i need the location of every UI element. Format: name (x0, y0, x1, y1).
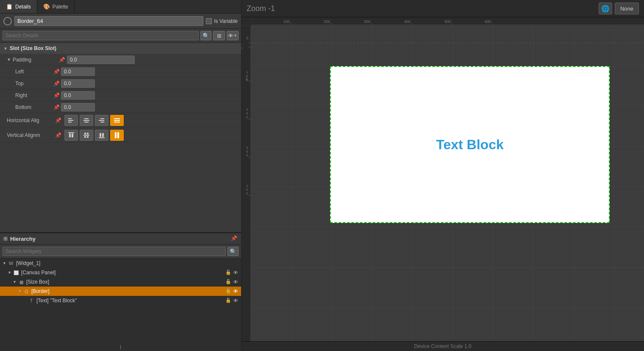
hierarchy-item-canvas-panel[interactable]: ▼ ⬜ [Canvas Panel] 🔓 👁 (0, 268, 241, 277)
text-icons: 🔓 👁 (225, 298, 239, 304)
padding-top-row: Top 📌 (0, 78, 241, 89)
svg-rect-5 (84, 122, 89, 123)
valign-fill-button[interactable] (110, 130, 124, 141)
node-name-input[interactable] (14, 16, 203, 26)
expand-arrow-border: ▼ (18, 289, 23, 293)
size-box-icon: ▦ (18, 279, 25, 285)
canvas-panel-icons: 🔓 👁 (225, 270, 239, 276)
text-icon: T (28, 297, 35, 304)
padding-label: Padding (13, 57, 59, 63)
svg-text:0: 0 (246, 74, 248, 78)
is-variable-checkbox[interactable] (206, 18, 212, 24)
halign-right-button[interactable] (95, 115, 108, 126)
svg-text:1: 1 (246, 70, 248, 74)
padding-bottom-row: Bottom 📌 (0, 101, 241, 113)
padding-value-input[interactable] (67, 56, 135, 64)
svg-rect-4 (83, 120, 89, 121)
svg-text:3: 3 (246, 146, 248, 150)
canvas-panel-label: [Canvas Panel] (21, 270, 225, 276)
svg-rect-13 (69, 134, 71, 137)
bottom-pin-icon[interactable]: 📌 (53, 104, 59, 110)
hierarchy-search-button[interactable]: 🔍 (228, 247, 239, 256)
svg-rect-1 (68, 120, 73, 121)
svg-rect-3 (84, 118, 89, 119)
hierarchy-item-size-box[interactable]: ▼ ▦ [Size Box] 🔓 👁 (0, 277, 241, 287)
tab-details[interactable]: 📋 Details (0, 0, 37, 13)
svg-text:0: 0 (246, 115, 248, 119)
hierarchy-header: ⊞ Hierarchy 📌 (0, 233, 241, 245)
hierarchy-list: ▼ W [Widget_1] ▼ ⬜ [Canvas Panel] 🔓 👁 ▼ … (0, 259, 241, 343)
valign-center-button[interactable] (80, 130, 93, 141)
padding-left-row: Left 📌 (0, 66, 241, 78)
canvas-body: 0 1 1 0 0 2 0 0 3 0 0 4 0 (242, 26, 644, 341)
valign-bottom-button[interactable] (95, 130, 108, 141)
svg-rect-12 (68, 132, 74, 133)
expand-arrow-widget1: ▼ (3, 261, 8, 265)
hierarchy-item-text[interactable]: ▶ T [Text] "Text Block" 🔓 👁 (0, 296, 241, 305)
canvas-viewport[interactable]: Text Block (252, 26, 644, 341)
svg-text:0: 0 (246, 150, 248, 153)
svg-text:300: 300 (364, 20, 370, 24)
node-circle-icon (3, 17, 12, 25)
text-eye-icon[interactable]: 👁 (233, 298, 239, 304)
svg-rect-6 (100, 118, 104, 119)
palette-icon: 🎨 (43, 3, 50, 10)
padding-bottom-input[interactable] (61, 103, 95, 111)
padding-right-input[interactable] (61, 91, 95, 100)
canvas-panel-eye-icon[interactable]: 👁 (233, 270, 239, 276)
cursor-indicator: | (120, 344, 121, 349)
svg-rect-22 (99, 137, 105, 138)
hierarchy-search-input[interactable] (3, 247, 226, 256)
hierarchy-item-border[interactable]: ▼ ⬡ [Border] 🔓 👁 (0, 287, 241, 296)
right-pin-icon[interactable]: 📌 (53, 92, 59, 98)
svg-rect-15 (83, 135, 89, 136)
search-details-input[interactable] (3, 31, 199, 40)
vertical-align-label: Vertical Alignm (7, 132, 53, 138)
top-pin-icon[interactable]: 📌 (53, 81, 59, 86)
vertical-align-row: Vertical Alignm 📌 (0, 128, 241, 143)
svg-rect-16 (84, 133, 86, 134)
grid-view-button[interactable]: ⊞ (213, 31, 225, 40)
left-pin-icon[interactable]: 📌 (53, 69, 59, 75)
padding-top-input[interactable] (61, 79, 95, 88)
halign-left-button[interactable] (64, 115, 78, 126)
padding-left-input[interactable] (61, 67, 95, 76)
svg-text:600: 600 (485, 20, 491, 24)
svg-text:0: 0 (246, 78, 248, 82)
svg-rect-14 (72, 134, 73, 137)
valign-top-button[interactable] (64, 130, 78, 141)
svg-text:0: 0 (246, 36, 248, 40)
padding-pin-icon[interactable]: 📌 (59, 57, 65, 63)
valign-pin-icon[interactable]: 📌 (55, 132, 61, 138)
canvas-header: Zoom -1 🌐 None (242, 0, 644, 17)
hierarchy-item-widget1[interactable]: ▼ W [Widget_1] (0, 259, 241, 268)
ruler-corner (242, 17, 252, 26)
canvas-area: Zoom -1 🌐 None 100 200 300 400 (242, 0, 644, 351)
padding-left-label: Left (7, 69, 53, 75)
expand-arrow-canvas: ▼ (8, 270, 13, 275)
border-icon: ⬡ (23, 288, 30, 295)
padding-arrow: ▼ (7, 57, 11, 62)
border-eye-icon[interactable]: 👁 (233, 288, 239, 295)
svg-text:0: 0 (242, 47, 243, 49)
svg-text:0: 0 (246, 188, 248, 192)
hierarchy-title: Hierarchy (10, 236, 36, 242)
halign-pin-icon[interactable]: 📌 (55, 117, 61, 123)
slot-section-header[interactable]: ▼ Slot (Size Box Slot) (0, 43, 241, 54)
left-panel: 📋 Details 🎨 Palette Is Variable 🔍 ⊞ 👁▼ ▼… (0, 0, 242, 351)
svg-rect-19 (87, 136, 89, 138)
search-details-button[interactable]: 🔍 (200, 31, 211, 40)
expand-arrow-sizebox: ▼ (13, 280, 18, 284)
svg-rect-24 (117, 132, 119, 138)
svg-rect-8 (100, 122, 104, 123)
halign-fill-button[interactable] (110, 115, 124, 126)
halign-center-button[interactable] (80, 115, 93, 126)
tab-palette[interactable]: 🎨 Palette (37, 0, 75, 13)
size-box-eye-icon[interactable]: 👁 (233, 279, 239, 285)
globe-button[interactable]: 🌐 (599, 3, 612, 14)
slot-section-title: Slot (Size Box Slot) (10, 45, 56, 51)
visibility-toggle-button[interactable]: 👁▼ (227, 31, 239, 40)
none-button[interactable]: None (615, 3, 639, 14)
padding-right-row: Right 📌 (0, 89, 241, 101)
svg-rect-2 (68, 122, 72, 123)
